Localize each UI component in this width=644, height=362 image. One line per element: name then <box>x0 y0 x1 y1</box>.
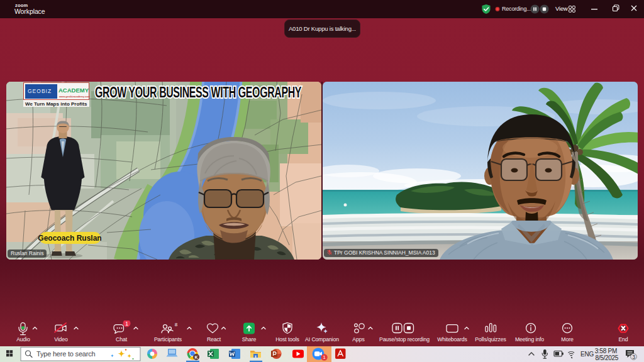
svg-text:K: K <box>194 355 197 359</box>
svg-text:ENG: ENG <box>580 351 594 358</box>
svg-text:End: End <box>618 336 628 343</box>
svg-text:Pause/stop recording: Pause/stop recording <box>379 336 430 343</box>
svg-text:Whiteboards: Whiteboards <box>437 336 467 343</box>
svg-text:8: 8 <box>175 322 178 327</box>
svg-text:1: 1 <box>125 321 128 327</box>
svg-text:Video: Video <box>54 336 68 343</box>
svg-text:More: More <box>561 336 574 343</box>
svg-text:Geocoach Ruslan: Geocoach Ruslan <box>38 234 101 243</box>
svg-text:1: 1 <box>323 354 325 360</box>
svg-text:Meeting info: Meeting info <box>515 336 544 343</box>
svg-text:Chat: Chat <box>116 336 128 343</box>
svg-text:Participants: Participants <box>154 336 182 343</box>
svg-text:Host tools: Host tools <box>275 336 299 343</box>
svg-text:8/5/2025: 8/5/2025 <box>595 354 618 361</box>
svg-text:Audio: Audio <box>16 336 30 343</box>
svg-text:Apps: Apps <box>352 336 365 343</box>
svg-text:3: 3 <box>632 354 635 360</box>
svg-text:GROW YOUR BUSINESS WITH GEOGRA: GROW YOUR BUSINESS WITH GEOGRAPHY <box>95 84 301 101</box>
svg-text:Share: Share <box>242 336 257 343</box>
svg-text:3:58 PM: 3:58 PM <box>595 348 617 354</box>
svg-text:React: React <box>207 336 221 343</box>
svg-text:Polls/quizzes: Polls/quizzes <box>475 336 506 343</box>
svg-text:AI Companion: AI Companion <box>305 336 339 343</box>
svg-text:Type here to search: Type here to search <box>36 350 96 358</box>
